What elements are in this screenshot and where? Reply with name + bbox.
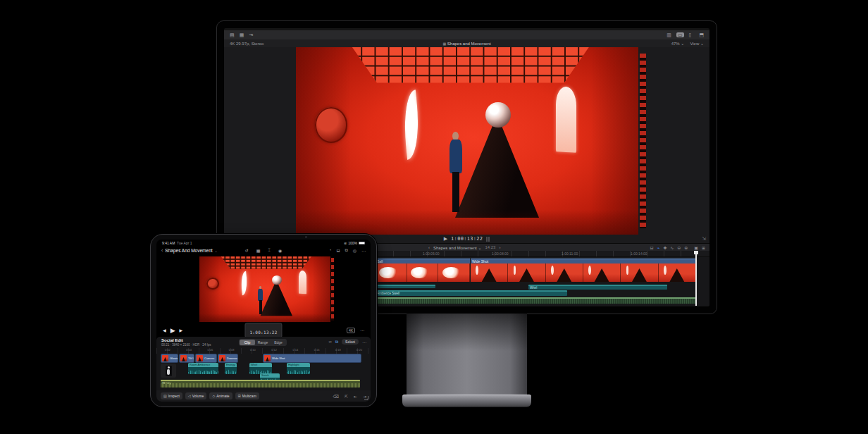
- ipad-play-button[interactable]: ▶: [170, 327, 175, 334]
- append-icon[interactable]: ⊕: [684, 245, 688, 250]
- audio-clip[interactable]: [376, 285, 435, 288]
- trash-icon[interactable]: ⌫: [333, 394, 338, 399]
- ipad-timecode: 1:00:13:22: [249, 330, 277, 335]
- prev-frame-icon[interactable]: ◀: [163, 328, 166, 333]
- resize-handle[interactable]: [364, 396, 368, 400]
- snapping-icon[interactable]: ✚: [663, 245, 666, 250]
- loop-icon[interactable]: ∞: [329, 340, 332, 344]
- speaker-icon: ◁: [188, 394, 191, 398]
- audio-clip-whirl[interactable]: Whirl: [528, 285, 667, 290]
- trim-icon[interactable]: ⊞: [702, 245, 705, 250]
- export-frame-icon[interactable]: ⇱: [345, 394, 348, 399]
- timeline-more-icon[interactable]: ⋯: [362, 340, 366, 345]
- connect-icon[interactable]: ∿: [670, 245, 674, 250]
- clip-wide-shot[interactable]: Wide Shot: [263, 354, 361, 363]
- playhead[interactable]: [695, 251, 697, 306]
- ipad: 9:41 AM Tue Apr 1 ≋ 100% ‹ Shapes And Mo…: [150, 234, 377, 407]
- fullscreen-icon[interactable]: ⇲: [702, 236, 706, 242]
- multicam-icon: ⊞: [238, 394, 241, 398]
- media-browser-icon[interactable]: ▦: [256, 248, 261, 253]
- viewer-project-title: Shapes and Movement: [447, 42, 491, 46]
- mode-clip[interactable]: Clip: [240, 340, 255, 345]
- index-icon[interactable]: ⊟: [650, 245, 654, 250]
- timeline-project-menu[interactable]: Shapes and Movement ⌄: [433, 245, 481, 250]
- battery-percent: 100%: [348, 241, 357, 245]
- select-button[interactable]: Select: [342, 339, 359, 345]
- import-icon[interactable]: ⇥: [249, 32, 253, 37]
- mode-edge[interactable]: Edge: [271, 340, 286, 345]
- timeline-forward-icon[interactable]: ›: [499, 245, 500, 249]
- scene: ▤ ▦ ⇥ ▥ ▭ ▯ ⬒ 4K 29.97p, Stereo ▦ Shapes…: [0, 0, 868, 434]
- video-frame: [296, 47, 638, 235]
- film-strip-graphic: [640, 54, 646, 228]
- timeline-layout-icon[interactable]: ▭: [676, 32, 684, 37]
- selection-mode-control: Clip Range Edge: [239, 339, 287, 346]
- skimming-icon[interactable]: ⌁: [657, 245, 660, 250]
- overwrite-icon[interactable]: ▣: [694, 245, 698, 250]
- inspect-button[interactable]: ▤ Inspect: [161, 392, 182, 399]
- ceiling-light-grid: [347, 47, 594, 83]
- ruler-label: 1:00:11:00: [562, 252, 578, 256]
- animate-button[interactable]: ◇ Animate: [209, 392, 232, 399]
- quality-badge[interactable]: 4K: [347, 328, 355, 333]
- browser-layout-icon[interactable]: ▥: [666, 32, 671, 37]
- share-icon[interactable]: ⬒: [699, 32, 704, 37]
- ruler-label: 1:00:14:00: [631, 252, 647, 256]
- vertical-video-clip[interactable]: [161, 364, 176, 378]
- timeline-duration: 14:23: [485, 245, 495, 249]
- chrome-sphere: [485, 102, 511, 128]
- next-frame-icon[interactable]: ▶: [180, 328, 183, 333]
- timeline-back-icon[interactable]: ‹: [428, 245, 430, 249]
- ipad-status-bar: 9:41 AM Tue Apr 1 ≋ 100%: [156, 240, 371, 246]
- white-window: [400, 89, 423, 160]
- wifi-icon: ≋: [344, 241, 347, 245]
- arch-window: [556, 86, 576, 153]
- audio-clip-ambience-swell[interactable]: Ambience Swell: [376, 290, 567, 296]
- clip-downward[interactable]: Downward: [218, 354, 238, 363]
- man-figure: [448, 132, 463, 212]
- voiceover-mic-icon[interactable]: ⌶: [268, 248, 271, 253]
- play-button[interactable]: ▶: [444, 236, 447, 242]
- photos-audio-icon[interactable]: ▦: [240, 32, 244, 37]
- fcp-ipad-screen: 9:41 AM Tue Apr 1 ≋ 100% ‹ Shapes And Mo…: [156, 240, 371, 402]
- status-time: 9:41 AM: [162, 241, 175, 245]
- ipad-timeline-panel: Social Edit 00:21 · 3840 × 2160 · HDR · …: [156, 337, 371, 390]
- battery-icon: [359, 242, 365, 244]
- ruler-label: 1:00:05:00: [423, 252, 440, 256]
- ipad-video-frame: [199, 256, 330, 322]
- capture-icon[interactable]: ◉: [278, 248, 282, 253]
- insert-icon[interactable]: ⊖: [677, 245, 681, 250]
- audio-meters-icon[interactable]: [486, 237, 490, 242]
- ipad-nav-bar: ‹ Shapes And Movement ⌄ ↺ ▦ ⌶ ◉ ◔ ⊟ ⧉ ◎ …: [156, 246, 371, 255]
- video-clip-ball[interactable]: Ball: [376, 259, 470, 282]
- viewer-info-bar: 4K 29.97p, Stereo ▦ Shapes and Movement …: [224, 39, 709, 47]
- multicam-button[interactable]: ⊞ Multicam: [235, 392, 259, 399]
- audio-clip-room-ambience[interactable]: Room Ambience: [188, 363, 218, 374]
- audio-clip-energy[interactable]: Energy: [225, 363, 237, 374]
- copy-icon[interactable]: ⧉: [335, 340, 338, 345]
- viewer-more-icon[interactable]: ⋯: [360, 328, 364, 333]
- project-icon: ▦: [442, 42, 446, 46]
- audio-clip-whirl[interactable]: Whirl: [249, 363, 272, 374]
- ipad-viewer: [156, 255, 371, 323]
- video-clip-wide-shot[interactable]: Wide Shot: [471, 259, 696, 282]
- timeline-project-name[interactable]: Social Edit: [161, 338, 183, 342]
- display-stand-neck: [407, 314, 527, 397]
- black-cone: [455, 115, 539, 218]
- inspector-toggle-icon[interactable]: ▯: [689, 32, 692, 37]
- clip-tilt-up[interactable]: Tilt Up: [179, 354, 194, 363]
- porthole-window: [315, 107, 347, 143]
- clip-glowing-ball[interactable]: Glowing Ball: [161, 354, 178, 363]
- mode-range[interactable]: Range: [255, 340, 271, 345]
- volume-button[interactable]: ◁ Volume: [185, 392, 207, 399]
- media-sidebar-icon[interactable]: ▤: [230, 32, 235, 37]
- audio-clip-highlight[interactable]: Highlight: [287, 363, 310, 374]
- ipad-timeline-ruler[interactable]: 0:020:04 0:060:08 0:100:12 0:140:16 0:18…: [156, 348, 371, 354]
- insert-left-icon[interactable]: ⇤: [354, 394, 357, 399]
- music-clip[interactable]: [376, 297, 696, 304]
- music-clip-all-city[interactable]: All City: [161, 380, 360, 388]
- undo-icon[interactable]: ↺: [245, 248, 249, 253]
- ipad-timeline-header: Social Edit 00:21 · 3840 × 2160 · HDR · …: [156, 337, 371, 348]
- ruler-label: 1:00:08:00: [492, 252, 509, 256]
- clip-camera[interactable]: Camera: [195, 354, 217, 363]
